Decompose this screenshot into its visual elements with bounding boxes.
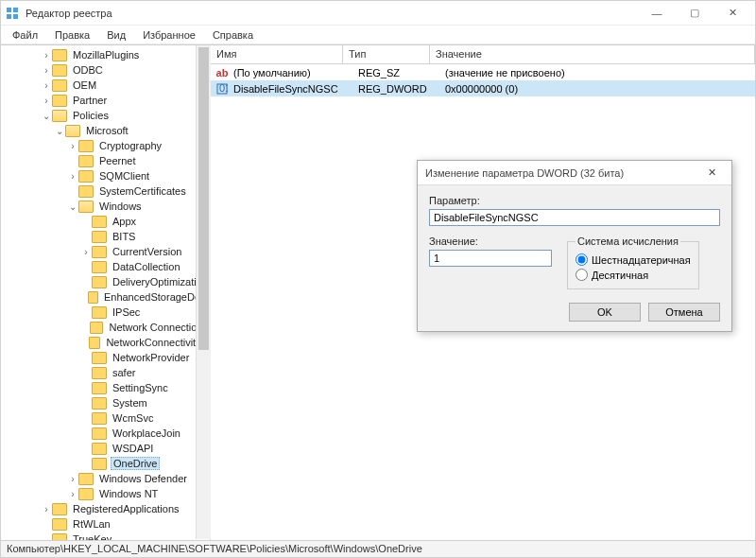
value-field[interactable] (429, 250, 552, 267)
menu-favorites[interactable]: Избранное (135, 27, 203, 43)
maximize-button[interactable]: ▢ (676, 1, 713, 26)
radio-hex[interactable]: Шестнадцатеричная (576, 253, 691, 266)
tree-node[interactable]: RtWLan (1, 516, 210, 532)
tree-node[interactable]: DataCollection (1, 259, 210, 274)
base-fieldset: Система исчисления Шестнадцатеричная Дес… (567, 235, 699, 289)
tree-label: RegisteredApplications (71, 503, 181, 514)
tree-label: Partner (71, 95, 109, 106)
tree-label: BITS (111, 231, 137, 242)
tree-node[interactable]: ›ODBC (1, 62, 210, 78)
expand-icon[interactable]: › (67, 489, 78, 499)
tree-node[interactable]: ›Windows NT (1, 486, 210, 501)
expand-icon[interactable]: ⌄ (54, 126, 65, 136)
tree-node[interactable]: OneDrive (1, 456, 210, 471)
radio-dec[interactable]: Десятичная (576, 269, 691, 281)
row-name: DisableFileSyncNGSC (233, 83, 358, 95)
folder-icon (78, 155, 94, 167)
tree-node[interactable]: ⌄Policies (1, 108, 210, 123)
folder-icon (92, 367, 107, 379)
tree-node[interactable]: ›RegisteredApplications (1, 501, 210, 516)
tree-node[interactable]: IPSec (1, 305, 210, 320)
folder-icon (52, 64, 67, 77)
dialog-titlebar[interactable]: Изменение параметра DWORD (32 бита) ✕ (418, 161, 731, 185)
col-value[interactable]: Значение (430, 45, 755, 63)
string-icon: ab (215, 65, 230, 80)
tree-node[interactable]: ›Windows Defender (1, 471, 210, 486)
tree-node[interactable]: TrueKey (1, 532, 210, 540)
row-type: REG_SZ (358, 67, 445, 78)
ok-button[interactable]: OK (569, 303, 641, 322)
expand-icon[interactable]: › (67, 171, 78, 182)
dialog-close-icon[interactable]: ✕ (699, 166, 724, 179)
expand-icon[interactable]: › (41, 65, 52, 76)
tree-node[interactable]: System (1, 395, 210, 410)
menu-view[interactable]: Вид (99, 27, 133, 43)
tree-label: SystemCertificates (97, 185, 188, 197)
menu-help[interactable]: Справка (205, 27, 261, 43)
tree-node[interactable]: ›SQMClient (1, 168, 210, 183)
expand-icon[interactable]: ⌄ (67, 201, 78, 212)
expand-icon[interactable]: › (41, 80, 52, 91)
list-row[interactable]: 011DisableFileSyncNGSCREG_DWORD0x0000000… (211, 80, 755, 96)
tree-node[interactable]: SystemCertificates (1, 183, 210, 199)
tree-label: TrueKey (71, 533, 113, 540)
tree-node[interactable]: Appx (1, 214, 210, 229)
tree-node[interactable]: ›Cryptography (1, 138, 210, 153)
folder-icon (65, 125, 80, 137)
expand-icon[interactable]: › (80, 247, 92, 257)
tree-node[interactable]: WcmSvc (1, 410, 210, 426)
expand-icon[interactable]: › (41, 96, 52, 106)
expand-icon[interactable]: › (41, 50, 52, 61)
close-button[interactable]: ✕ (713, 1, 751, 26)
statusbar: Компьютер\HKEY_LOCAL_MACHINE\SOFTWARE\Po… (1, 540, 755, 557)
row-value: 0x00000000 (0) (445, 83, 751, 95)
tree-label: Windows Defender (97, 473, 189, 484)
expand-icon[interactable]: › (41, 504, 52, 514)
tree-node[interactable]: ⌄Microsoft (1, 123, 210, 138)
tree-node[interactable]: WSDAPI (1, 441, 210, 456)
tree-label: Peernet (97, 155, 138, 166)
tree-pane[interactable]: ›MozillaPlugins›ODBC›OEM›Partner⌄Policie… (1, 45, 211, 540)
radio-hex-input[interactable] (576, 253, 588, 266)
radio-dec-label: Десятичная (592, 270, 648, 281)
titlebar: Редактор реестра — ▢ ✕ (1, 1, 755, 26)
expand-icon[interactable]: › (67, 141, 78, 151)
tree-node[interactable]: ›CurrentVersion (1, 244, 210, 259)
folder-icon (52, 49, 67, 61)
tree-label: SettingSync (111, 382, 170, 393)
tree-label: DataCollection (111, 261, 182, 272)
tree-node[interactable]: safer (1, 365, 210, 380)
tree-node[interactable]: EnhancedStorageDevi (1, 289, 210, 305)
tree-node[interactable]: NetworkConnectivityS (1, 335, 210, 350)
col-name[interactable]: Имя (211, 45, 343, 63)
tree-node[interactable]: NetworkProvider (1, 350, 210, 365)
tree-node[interactable]: ›Partner (1, 93, 210, 108)
tree-node[interactable]: ⌄Windows (1, 199, 210, 214)
folder-icon (52, 79, 67, 92)
col-type[interactable]: Тип (343, 45, 430, 63)
tree-node[interactable]: Peernet (1, 153, 210, 168)
tree-node[interactable]: ›MozillaPlugins (1, 47, 210, 62)
radio-dec-input[interactable] (576, 269, 588, 281)
list-header: Имя Тип Значение (211, 45, 755, 64)
folder-icon (92, 458, 107, 470)
edit-dword-dialog: Изменение параметра DWORD (32 бита) ✕ Па… (417, 160, 732, 332)
param-field[interactable] (429, 209, 720, 226)
tree-node[interactable]: ›OEM (1, 78, 210, 93)
tree-node[interactable]: BITS (1, 229, 210, 244)
cancel-button[interactable]: Отмена (648, 303, 720, 322)
expand-icon[interactable]: ⌄ (41, 111, 52, 121)
tree-label: safer (111, 367, 137, 378)
menu-edit[interactable]: Правка (47, 27, 97, 43)
expand-icon[interactable]: › (67, 474, 78, 484)
tree-node[interactable]: SettingSync (1, 380, 210, 395)
tree-node[interactable]: Network Connections (1, 320, 210, 335)
folder-icon (78, 185, 94, 198)
menu-file[interactable]: Файл (5, 27, 45, 43)
tree-node[interactable]: WorkplaceJoin (1, 426, 210, 441)
list-row[interactable]: ab(По умолчанию)REG_SZ(значение не присв… (211, 64, 755, 80)
scroll-thumb[interactable] (198, 47, 209, 350)
minimize-button[interactable]: — (638, 1, 676, 26)
tree-scrollbar[interactable] (196, 45, 211, 539)
tree-node[interactable]: DeliveryOptimization (1, 274, 210, 289)
